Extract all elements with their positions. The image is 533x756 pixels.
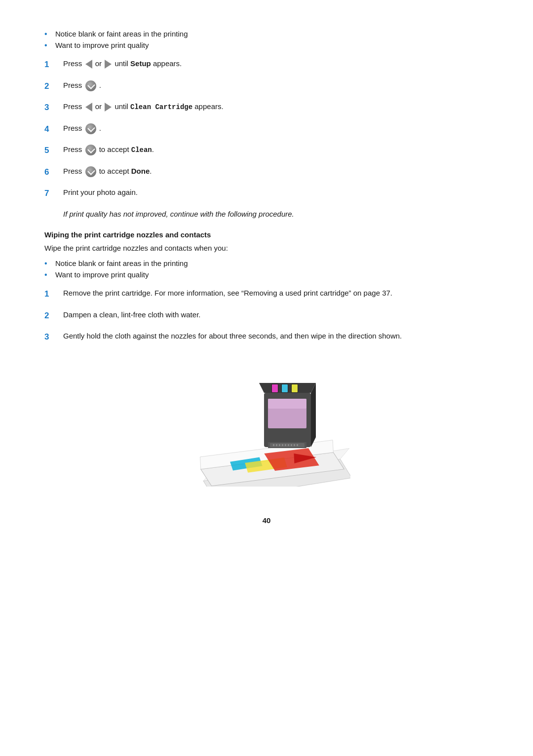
- step-number: 3: [44, 331, 63, 343]
- keyword: Setup: [130, 59, 151, 68]
- left-arrow-icon: [85, 103, 92, 112]
- ok-icon: [85, 80, 96, 91]
- step-content: Press or until Clean Cartridge appears.: [63, 101, 489, 113]
- until-label: until Setup appears.: [114, 59, 182, 68]
- svg-rect-22: [294, 444, 295, 446]
- step-content: Press or until Setup appears.: [63, 58, 489, 70]
- bullet-item: Want to improve print quality: [44, 41, 489, 49]
- step-number: 1: [44, 58, 63, 71]
- cleaning-steps: 1 Press or until Setup appears. 2 Press …: [44, 58, 489, 200]
- section-heading: Wiping the print cartridge nozzles and c…: [44, 230, 489, 239]
- wipe-bullets: Notice blank or faint areas in the print…: [44, 259, 489, 279]
- press-label: Press: [63, 167, 84, 175]
- step-number: 4: [44, 123, 63, 136]
- step-number: 3: [44, 101, 63, 114]
- step-number: 6: [44, 166, 63, 179]
- press-label: Press: [63, 145, 84, 153]
- to-accept-label: to accept Clean.: [99, 145, 154, 153]
- press-label: Press: [63, 124, 84, 132]
- period: .: [99, 124, 101, 132]
- step-2: 2 Press .: [44, 80, 489, 93]
- ok-icon: [85, 123, 96, 134]
- cartridge-illustration: [44, 358, 489, 487]
- period: .: [99, 81, 101, 89]
- step-7: 7 Print your photo again.: [44, 187, 489, 200]
- or-label: or: [95, 59, 104, 68]
- step-content: Gently hold the cloth against the nozzle…: [63, 331, 489, 342]
- svg-rect-20: [288, 444, 289, 446]
- svg-rect-19: [285, 444, 286, 446]
- right-arrow-icon: [105, 103, 112, 112]
- keyword: Clean: [131, 146, 152, 154]
- step-number: 2: [44, 80, 63, 93]
- svg-rect-29: [292, 384, 298, 392]
- cartridge-svg: [183, 358, 350, 487]
- step-number: 5: [44, 144, 63, 157]
- or-label: or: [95, 102, 104, 111]
- svg-rect-27: [272, 384, 278, 392]
- step-1: 1 Press or until Setup appears.: [44, 58, 489, 71]
- step-content: Print your photo again.: [63, 187, 489, 198]
- keyword: Done: [131, 167, 150, 175]
- wipe-step-3: 3 Gently hold the cloth against the nozz…: [44, 331, 489, 343]
- step-6: 6 Press to accept Done.: [44, 166, 489, 179]
- intro-bullets: Notice blank or faint areas in the print…: [44, 30, 489, 49]
- svg-rect-14: [270, 443, 305, 447]
- page-number: 40: [44, 516, 489, 525]
- step-content: Dampen a clean, lint-free cloth with wat…: [63, 309, 489, 321]
- step-content: Press to accept Clean.: [63, 144, 489, 155]
- step-content: Press .: [63, 80, 489, 91]
- bullet-item: Notice blank or faint areas in the print…: [44, 30, 489, 38]
- svg-rect-23: [297, 444, 298, 446]
- step-4: 4 Press .: [44, 123, 489, 136]
- to-accept-label: to accept Done.: [99, 167, 152, 175]
- svg-rect-28: [282, 384, 288, 392]
- right-arrow-icon: [105, 60, 112, 69]
- until-label: until Clean Cartridge appears.: [114, 102, 223, 111]
- step-number: 1: [44, 288, 63, 301]
- svg-rect-12: [268, 399, 306, 409]
- wipe-steps: 1 Remove the print cartridge. For more i…: [44, 288, 489, 343]
- press-label: Press: [63, 59, 84, 68]
- step-number: 7: [44, 187, 63, 200]
- keyword: Clean Cartridge: [130, 103, 192, 111]
- wipe-bullet-item: Notice blank or faint areas in the print…: [44, 259, 489, 267]
- step-content: Remove the print cartridge. For more inf…: [63, 288, 489, 299]
- ok-icon: [85, 145, 96, 155]
- press-label: Press: [63, 102, 84, 111]
- svg-rect-15: [273, 444, 274, 446]
- quality-note: If print quality has not improved, conti…: [63, 209, 489, 220]
- step-5: 5 Press to accept Clean.: [44, 144, 489, 157]
- intro-wipe: Wipe the print cartridge nozzles and con…: [44, 244, 489, 252]
- ok-icon: [85, 166, 96, 177]
- left-arrow-icon: [85, 60, 92, 69]
- step-content: Press .: [63, 123, 489, 134]
- wipe-bullet-item: Want to improve print quality: [44, 270, 489, 279]
- wipe-step-2: 2 Dampen a clean, lint-free cloth with w…: [44, 309, 489, 322]
- svg-rect-18: [282, 444, 283, 446]
- svg-rect-17: [279, 444, 280, 446]
- step-3: 3 Press or until Clean Cartridge appears…: [44, 101, 489, 114]
- svg-marker-10: [311, 383, 316, 447]
- step-number: 2: [44, 309, 63, 322]
- svg-rect-21: [291, 444, 292, 446]
- svg-rect-16: [276, 444, 277, 446]
- step-content: Press to accept Done.: [63, 166, 489, 177]
- press-label: Press: [63, 81, 84, 89]
- wipe-step-1: 1 Remove the print cartridge. For more i…: [44, 288, 489, 301]
